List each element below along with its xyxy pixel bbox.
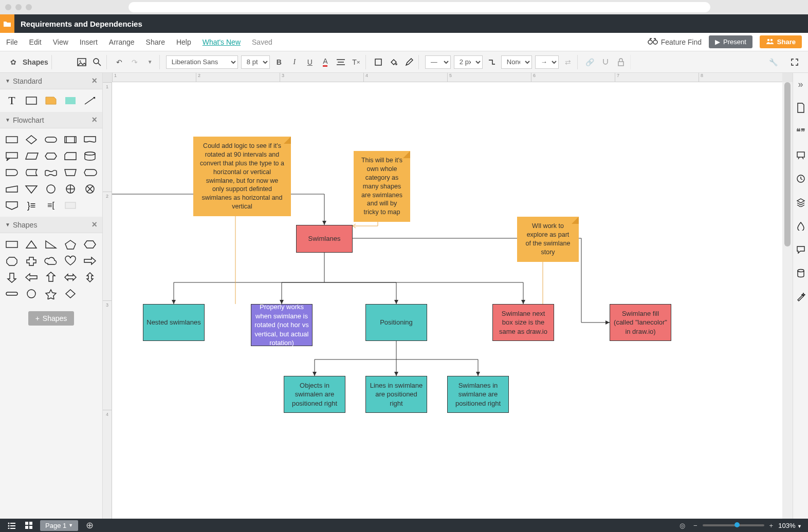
shape-delay[interactable] [3, 165, 21, 180]
shape-circle2[interactable] [23, 287, 40, 301]
data-icon[interactable] [795, 267, 807, 279]
shape-star[interactable] [42, 287, 60, 301]
shape-process[interactable] [3, 132, 21, 147]
font-size-select[interactable]: 8 pt [241, 55, 270, 69]
align-icon[interactable] [335, 56, 347, 68]
redo-icon[interactable]: ↷ [128, 56, 141, 68]
fill-rect-shape[interactable] [62, 93, 79, 108]
node-swimlanes[interactable]: Swimlanes [296, 225, 353, 253]
zoom-slider[interactable] [703, 524, 764, 526]
arrow-style-select[interactable]: → [535, 55, 559, 69]
drop-icon[interactable] [795, 220, 807, 232]
node-rotated[interactable]: Properly works when swimlane is rotated … [251, 304, 313, 346]
font-family-select[interactable]: Liberation Sans [166, 55, 238, 69]
shape-db[interactable] [81, 149, 99, 163]
shape-octagon[interactable] [3, 254, 21, 268]
shape-diamond[interactable] [62, 287, 79, 301]
history-icon[interactable] [795, 173, 807, 185]
layers-icon[interactable] [795, 196, 807, 208]
shape-terminator[interactable] [42, 132, 60, 147]
node-fill[interactable]: Swimlane fill (called "lanecolor" in dra… [610, 304, 671, 341]
search-icon[interactable] [91, 56, 103, 68]
canvas-area[interactable]: 12345678 1234 [103, 73, 793, 519]
shape-or[interactable] [81, 182, 99, 196]
shape-comment[interactable]: ≡[ [42, 198, 60, 213]
menu-edit[interactable]: Edit [29, 38, 42, 46]
comments-icon[interactable] [795, 243, 807, 256]
line-shape[interactable] [81, 93, 99, 108]
target-icon[interactable]: ◎ [676, 519, 688, 531]
shape-righttri[interactable] [42, 237, 60, 252]
menu-whats-new[interactable]: What's New [203, 38, 241, 46]
gear-icon[interactable]: ✿ [7, 56, 20, 68]
omnibox[interactable] [128, 2, 710, 12]
line-fill-select[interactable]: None [501, 55, 532, 69]
shape-swimlane[interactable] [62, 198, 79, 213]
quote-icon[interactable]: ❝❞ [795, 125, 807, 138]
shape-arrow-d[interactable] [3, 270, 21, 284]
image-icon[interactable] [76, 56, 88, 68]
shape-data[interactable] [23, 149, 40, 163]
shape-callout[interactable] [3, 149, 21, 163]
traffic-light-max[interactable] [26, 4, 32, 10]
shape-pentagon[interactable] [62, 237, 79, 252]
more-shapes-button[interactable]: + Shapes [28, 311, 75, 326]
shape-connector[interactable] [42, 182, 60, 196]
note-explore[interactable]: WIl work to explore as part of the swiml… [517, 217, 579, 262]
text-shape[interactable]: T [3, 93, 21, 108]
history-dropdown-icon[interactable]: ▼ [144, 56, 156, 68]
magnet-icon[interactable] [599, 56, 612, 68]
shape-card[interactable] [62, 149, 79, 163]
grid-icon[interactable] [23, 519, 35, 531]
shape-arrow-u[interactable] [42, 270, 60, 284]
shape-border-icon[interactable] [372, 56, 384, 68]
node-swimright[interactable]: Swimlanes in swimlane are positioned rig… [447, 376, 509, 413]
shape-bar[interactable] [3, 287, 21, 301]
add-page-icon[interactable]: ⊕ [83, 519, 96, 531]
document-title[interactable]: Requirements and Dependencies [14, 20, 142, 28]
traffic-light-min[interactable] [15, 4, 22, 10]
shape-offpage[interactable] [3, 198, 21, 213]
text-color-icon[interactable]: A [319, 56, 332, 68]
shape-cross[interactable] [23, 254, 40, 268]
share-button[interactable]: Share [760, 35, 802, 48]
note-shape[interactable] [42, 93, 60, 108]
close-icon[interactable]: × [91, 75, 97, 86]
zoom-level[interactable]: 103% ▼ [778, 522, 802, 529]
shape-hex[interactable] [42, 149, 60, 163]
fill-icon[interactable] [388, 56, 400, 68]
shape-triangle[interactable] [23, 237, 40, 252]
fullscreen-icon[interactable] [788, 56, 801, 68]
present-button[interactable]: ▶ Present [709, 35, 752, 48]
wrench-icon[interactable]: 🔧 [767, 56, 779, 68]
node-objright[interactable]: Objects in swimalen are positioned right [284, 376, 345, 413]
shape-heart[interactable] [62, 254, 79, 268]
shape-arrow-r[interactable] [81, 254, 99, 268]
panel-flowchart-header[interactable]: ▼ Flowchart × [0, 112, 102, 128]
shape-document[interactable] [81, 132, 99, 147]
pencil-icon[interactable] [403, 56, 415, 68]
shape-input[interactable] [3, 182, 21, 196]
line-elbow-icon[interactable] [486, 56, 498, 68]
shape-predefined[interactable] [62, 132, 79, 147]
shape-rect2[interactable] [3, 237, 21, 252]
close-icon[interactable]: × [91, 219, 97, 230]
folder-icon[interactable] [0, 14, 14, 33]
page-icon[interactable] [795, 102, 807, 114]
node-positioning[interactable]: Positioning [365, 304, 427, 341]
canvas[interactable]: Could add logic to see if it's rotated a… [112, 82, 782, 519]
shape-display[interactable] [81, 165, 99, 180]
shape-merge[interactable] [23, 182, 40, 196]
menu-file[interactable]: File [6, 38, 18, 46]
close-icon[interactable]: × [91, 115, 97, 125]
shape-arrow-lr[interactable] [62, 270, 79, 284]
note-rotation[interactable]: Could add logic to see if it's rotated a… [193, 137, 291, 216]
menu-help[interactable]: Help [176, 38, 191, 46]
feature-find-button[interactable]: Feature Find [648, 37, 702, 46]
node-nested[interactable]: Nested swimlanes [143, 304, 205, 341]
menu-share[interactable]: Share [146, 38, 165, 46]
zoom-in-icon[interactable]: + [769, 522, 774, 529]
present-rail-icon[interactable] [795, 149, 807, 161]
italic-icon[interactable]: I [288, 56, 301, 68]
menu-arrange[interactable]: Arrange [109, 38, 135, 46]
